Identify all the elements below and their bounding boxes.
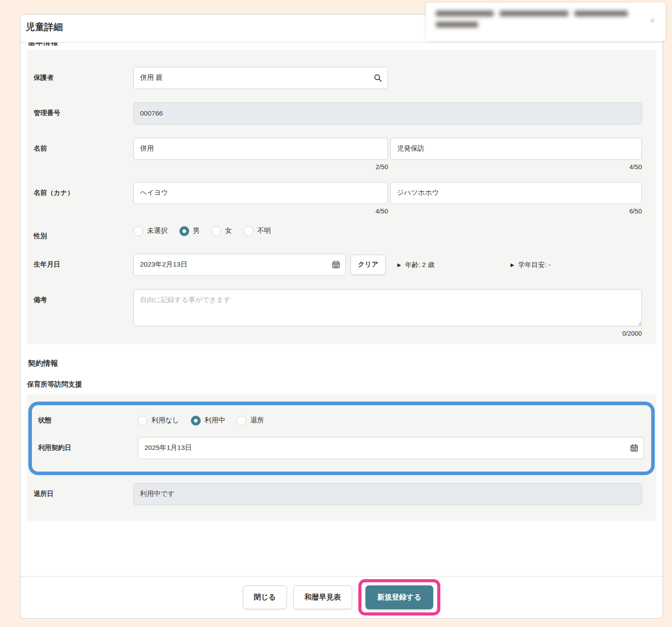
contract-info-heading: 契約情報: [28, 358, 656, 368]
visit-support-subheading: 保育所等訪問支援: [27, 380, 656, 389]
grade-text: 学年目安: -: [518, 261, 551, 269]
age-text: 年齢: 2 歳: [405, 261, 435, 269]
calendar-icon[interactable]: [331, 260, 340, 269]
radio-selected-icon[interactable]: [191, 416, 201, 426]
kana-counters: 4/50 6/50: [133, 208, 642, 215]
triangle-icon: ▶: [397, 262, 401, 268]
kana-row: 名前（カナ） 4/50 6/50: [34, 182, 649, 226]
modal-footer: 閉じる 和暦早見表 新規登録する: [20, 576, 663, 618]
triangle-icon: ▶: [510, 262, 514, 268]
child-detail-modal: 児童詳細 基本情報 保護者: [20, 14, 663, 619]
contract-date-input[interactable]: [138, 437, 644, 459]
contract-date-row: 利用契約日: [38, 437, 644, 459]
last-name-input[interactable]: [133, 138, 388, 160]
gender-option-unknown[interactable]: 不明: [244, 226, 271, 236]
gender-option-male[interactable]: 男: [179, 226, 200, 236]
radio-selected-icon[interactable]: [179, 226, 189, 236]
note-textarea[interactable]: [133, 289, 642, 326]
clear-button[interactable]: クリア: [350, 255, 386, 275]
gender-option-unselected[interactable]: 未選択: [133, 226, 168, 236]
radio-icon[interactable]: [237, 416, 246, 426]
blurred-text-line: [436, 11, 646, 16]
last-kana-counter: 4/50: [133, 208, 388, 215]
name-label: 名前: [34, 138, 133, 153]
note-label: 備考: [34, 289, 133, 304]
admin-no-input: [133, 102, 642, 124]
toast-notification: ×: [426, 3, 665, 41]
status-row: 状態 利用なし 利用中: [38, 416, 644, 426]
blurred-text: [436, 11, 493, 16]
last-name-counter: 2/50: [133, 163, 388, 170]
admin-no-label: 管理番号: [34, 102, 133, 117]
contract-date-label: 利用契約日: [38, 437, 138, 452]
admin-no-row: 管理番号: [34, 102, 649, 124]
leave-date-label: 退所日: [34, 483, 133, 498]
guardian-label: 保護者: [34, 67, 133, 82]
gender-row: 性別 未選択 男 女: [34, 226, 649, 240]
blurred-text-line: [436, 22, 646, 27]
radio-icon[interactable]: [244, 226, 253, 236]
basic-info-heading: 基本情報: [28, 43, 656, 47]
age-info: ▶ 年齢: 2 歳: [397, 254, 434, 269]
first-name-counter: 4/50: [388, 163, 642, 170]
close-button[interactable]: 閉じる: [243, 585, 287, 609]
guardian-input[interactable]: [133, 67, 388, 89]
highlight-blue-annotation: 状態 利用なし 利用中: [28, 402, 655, 475]
last-kana-input[interactable]: [133, 182, 388, 204]
wareki-chart-button[interactable]: 和暦早見表: [293, 585, 352, 609]
status-label: 状態: [38, 416, 138, 425]
contract-panel: 状態 利用なし 利用中: [27, 395, 656, 521]
status-radio-group: 利用なし 利用中 退所: [138, 416, 264, 426]
register-button[interactable]: 新規登録する: [365, 585, 434, 609]
status-option-in-use[interactable]: 利用中: [191, 416, 225, 426]
status-option-left[interactable]: 退所: [237, 416, 264, 426]
first-kana-counter: 6/50: [388, 208, 642, 215]
blurred-text: [575, 11, 628, 16]
search-icon[interactable]: [373, 74, 382, 82]
first-kana-input[interactable]: [390, 182, 642, 204]
gender-radio-group: 未選択 男 女 不明: [133, 226, 271, 236]
close-icon[interactable]: ×: [650, 17, 655, 24]
leave-date-input: [133, 483, 642, 505]
radio-icon[interactable]: [138, 416, 148, 426]
leave-date-row: 退所日: [34, 483, 649, 505]
blurred-text: [436, 22, 478, 27]
blurred-text: [500, 11, 568, 16]
gender-label: 性別: [34, 226, 133, 240]
kana-label: 名前（カナ）: [34, 182, 133, 197]
grade-info: ▶ 学年目安: -: [510, 254, 551, 269]
radio-icon[interactable]: [133, 226, 143, 236]
birthdate-label: 生年月日: [34, 254, 133, 269]
name-row: 名前 2/50 4/50: [34, 138, 649, 182]
page-background: { "modal": { "title": "児童詳細" }, "icons":…: [0, 0, 672, 627]
name-counters: 2/50 4/50: [133, 163, 642, 170]
gender-option-female[interactable]: 女: [211, 226, 232, 236]
birthdate-input[interactable]: [133, 254, 346, 276]
highlight-pink-annotation: 新規登録する: [358, 579, 441, 615]
first-name-input[interactable]: [390, 138, 642, 160]
guardian-row: 保護者: [34, 67, 649, 89]
note-row: 備考 0/2000: [34, 289, 649, 337]
note-counter: 0/2000: [133, 330, 642, 337]
radio-icon[interactable]: [211, 226, 221, 236]
basic-info-panel: 保護者 管理番号: [27, 50, 656, 344]
birthdate-row: 生年月日: [34, 254, 649, 276]
modal-body: 基本情報 保護者: [20, 43, 663, 576]
calendar-icon[interactable]: [629, 444, 638, 453]
status-option-not-using[interactable]: 利用なし: [138, 416, 179, 426]
